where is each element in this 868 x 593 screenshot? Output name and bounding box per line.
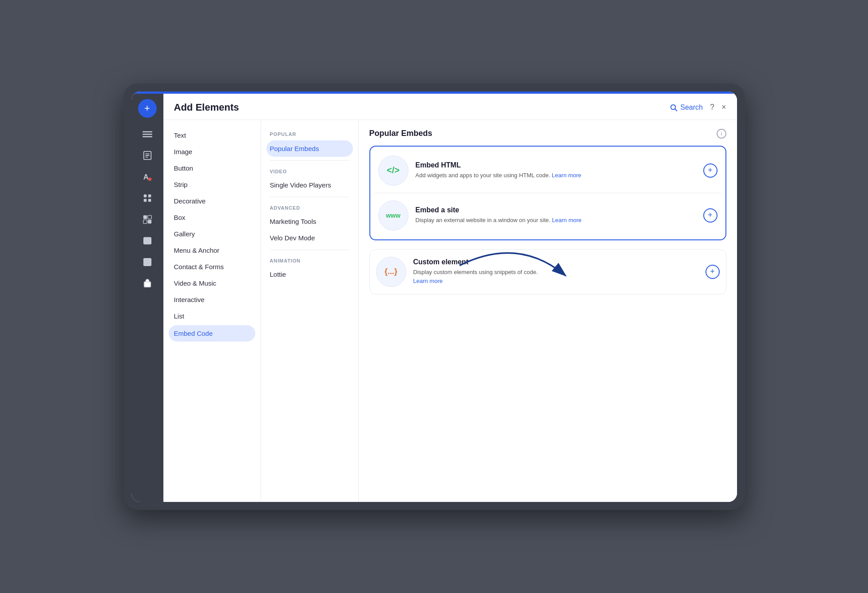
svg-text:A: A: [143, 172, 148, 180]
svg-rect-10: [148, 194, 151, 197]
nav-item-strip[interactable]: Strip: [163, 176, 261, 193]
custom-element-add-btn[interactable]: +: [705, 265, 720, 279]
svg-rect-6: [145, 156, 148, 157]
sidebar-icon-store[interactable]: [138, 274, 157, 293]
svg-rect-1: [143, 134, 152, 135]
custom-element-card[interactable]: {...} Custom element Display custom elem…: [369, 249, 726, 295]
mid-nav-marketing-tools[interactable]: Marketing Tools: [261, 213, 358, 230]
custom-element-learn-more[interactable]: Learn more: [413, 278, 443, 284]
section-title: Popular Embeds: [369, 129, 432, 138]
panel-header: Add Elements Search ? ×: [163, 94, 737, 120]
nav-item-button[interactable]: Button: [163, 160, 261, 176]
embed-site-desc: Display an external website in a window …: [416, 216, 696, 225]
svg-line-26: [675, 109, 677, 111]
nav-item-contact-forms[interactable]: Contact & Forms: [163, 259, 261, 275]
device-inner: + A: [131, 92, 737, 502]
svg-rect-2: [143, 136, 152, 137]
header-actions: Search ? ×: [670, 103, 726, 112]
mid-divider-3: [270, 250, 349, 250]
help-button[interactable]: ?: [710, 103, 714, 112]
main-content: Add Elements Search ? ×: [163, 94, 737, 502]
nav-item-menu-anchor[interactable]: Menu & Anchor: [163, 242, 261, 259]
nav-item-text[interactable]: Text: [163, 127, 261, 143]
svg-rect-19: [143, 258, 151, 266]
cards-group: </> Embed HTML Add widgets and apps to y…: [369, 146, 726, 240]
panel-title: Add Elements: [174, 102, 239, 113]
mid-divider-1: [270, 160, 349, 161]
embed-html-desc: Add widgets and apps to your site using …: [416, 171, 696, 180]
embed-site-add-btn[interactable]: +: [703, 208, 717, 223]
svg-rect-14: [147, 215, 151, 219]
mid-nav-lottie[interactable]: Lottie: [261, 266, 358, 283]
mid-nav-velo-dev[interactable]: Velo Dev Mode: [261, 230, 358, 246]
mid-divider-2: [270, 197, 349, 197]
svg-rect-5: [145, 155, 149, 156]
svg-rect-0: [143, 131, 152, 132]
nav-item-gallery[interactable]: Gallery: [163, 226, 261, 242]
embed-site-title: Embed a site: [416, 206, 696, 214]
sidebar-icon-apps[interactable]: [138, 189, 157, 207]
search-label: Search: [680, 103, 703, 111]
svg-rect-12: [148, 199, 151, 201]
app-layout: + A: [131, 94, 737, 502]
panel-body: Text Image Button Strip Decorative Box G…: [163, 120, 737, 502]
nav-item-video-music[interactable]: Video & Music: [163, 275, 261, 291]
section-header: Popular Embeds i: [369, 129, 726, 139]
embed-html-card[interactable]: </> Embed HTML Add widgets and apps to y…: [372, 148, 724, 193]
add-button[interactable]: +: [138, 99, 157, 118]
sidebar-icon-text[interactable]: A: [138, 167, 157, 186]
section-label-animation: ANIMATION: [261, 254, 358, 266]
sidebar-icon-image[interactable]: [138, 231, 157, 250]
sidebar-icon-table[interactable]: [138, 253, 157, 271]
embed-site-text: Embed a site Display an external website…: [416, 206, 696, 225]
mid-nav-single-video[interactable]: Single Video Players: [261, 177, 358, 193]
svg-rect-9: [143, 194, 146, 197]
svg-rect-15: [143, 219, 147, 223]
embed-html-learn-more[interactable]: Learn more: [552, 172, 581, 179]
svg-point-8: [148, 177, 151, 180]
nav-item-embed-code[interactable]: Embed Code: [169, 325, 255, 342]
search-button[interactable]: Search: [670, 103, 703, 111]
right-content: Popular Embeds i </> Embed HTML: [359, 120, 737, 502]
mid-nav-popular-embeds[interactable]: Popular Embeds: [266, 140, 353, 157]
sidebar-icon-hamburger[interactable]: [138, 125, 157, 143]
close-button[interactable]: ×: [721, 103, 726, 112]
section-label-popular: POPULAR: [261, 127, 358, 139]
nav-item-image[interactable]: Image: [163, 143, 261, 160]
custom-element-desc: Display custom elements using snippets o…: [413, 268, 698, 285]
device-frame: + A: [123, 84, 745, 510]
nav-item-box[interactable]: Box: [163, 209, 261, 226]
embed-site-learn-more[interactable]: Learn more: [552, 217, 581, 223]
embed-html-title: Embed HTML: [416, 161, 696, 169]
embed-html-icon: </>: [378, 155, 408, 186]
sidebar-icon-widget[interactable]: [138, 210, 157, 229]
svg-rect-11: [143, 199, 146, 201]
embed-html-text: Embed HTML Add widgets and apps to your …: [416, 161, 696, 180]
sidebar: + A: [131, 94, 163, 502]
left-nav: Text Image Button Strip Decorative Box G…: [163, 120, 261, 502]
embed-html-add-btn[interactable]: +: [703, 163, 717, 178]
info-icon[interactable]: i: [717, 129, 726, 139]
nav-item-interactive[interactable]: Interactive: [163, 291, 261, 308]
sidebar-icon-page[interactable]: [138, 146, 157, 165]
section-label-advanced: ADVANCED: [261, 201, 358, 213]
mid-nav: POPULAR Popular Embeds VIDEO Single Vide…: [261, 120, 359, 502]
custom-element-icon: {...}: [376, 257, 406, 287]
custom-element-text: Custom element Display custom elements u…: [413, 258, 698, 285]
section-label-video: VIDEO: [261, 164, 358, 177]
embed-site-icon: www: [378, 200, 408, 231]
custom-element-title: Custom element: [413, 258, 698, 266]
svg-rect-13: [143, 215, 147, 219]
svg-rect-24: [144, 282, 151, 287]
svg-rect-16: [147, 219, 151, 223]
nav-item-list[interactable]: List: [163, 308, 261, 324]
embed-site-card[interactable]: www Embed a site Display an external web…: [372, 193, 724, 238]
svg-rect-4: [145, 153, 149, 154]
nav-item-decorative[interactable]: Decorative: [163, 193, 261, 209]
